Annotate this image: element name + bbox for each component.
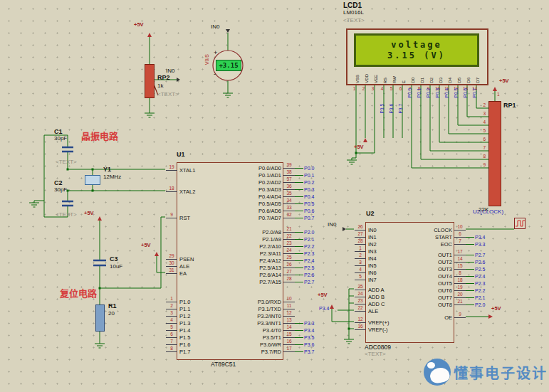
pin-row[interactable]: OUT48P2.4 — [409, 272, 495, 280]
net-label[interactable]: P2.5 — [474, 267, 495, 272]
resistor-r1[interactable] — [95, 304, 105, 332]
pin-row[interactable]: OUT821P2.0 — [409, 301, 495, 308]
chip-u2[interactable]: 26IN027IN128IN21IN32IN43IN54IN65IN7 25AD… — [365, 222, 454, 343]
net-label[interactable]: P3.7 — [303, 349, 324, 354]
pin-row[interactable]: P3.1/TXD11 — [217, 305, 324, 312]
lcd-pin[interactable]: D512 — [454, 65, 464, 83]
lcd-pin[interactable]: D613 — [464, 65, 473, 83]
pin-row[interactable]: OE9 — [409, 314, 495, 321]
pin-row[interactable]: OUT619P2.2 — [409, 287, 495, 294]
net-label[interactable]: P2.7 — [474, 253, 495, 258]
pin-row[interactable]: P3.7/RD17P3.7 — [217, 348, 324, 355]
u2-ale-net-label[interactable]: P3.4 — [319, 306, 329, 312]
pin-row[interactable]: P0.1/AD138P0.1 — [217, 171, 324, 179]
net-label[interactable]: P2.5 — [303, 265, 324, 270]
lcd-ctrl-net-label[interactable]: P3.6 — [387, 104, 396, 113]
pin-row[interactable]: P0.5/AD534P0.5 — [217, 200, 324, 207]
lcd-pin[interactable]: D29 — [427, 65, 436, 83]
lcd-data-net-label[interactable]: P0.2 — [424, 88, 433, 97]
lcd-ctrl-net-label[interactable]: P3.5 — [377, 104, 387, 113]
meter-in0-net-label[interactable]: IN0 — [211, 24, 219, 31]
pin-row[interactable]: P0.4/AD435P0.4 — [217, 193, 324, 200]
lcd-pin[interactable]: RW5 — [389, 65, 399, 83]
net-label[interactable]: P3.3 — [303, 321, 324, 326]
net-label[interactable]: P0.4 — [303, 194, 324, 199]
clock-generator-icon[interactable] — [514, 218, 526, 229]
net-label[interactable]: P0.3 — [303, 187, 324, 192]
respack-rp1[interactable] — [488, 101, 501, 206]
net-label[interactable]: P0.7 — [303, 216, 324, 221]
net-label[interactable]: P0.2 — [303, 180, 324, 185]
lcd-pin[interactable]: VEE3 — [371, 65, 380, 83]
pin-row[interactable]: P2.5/A1326P2.5 — [217, 264, 324, 271]
net-label[interactable]: P3.3 — [474, 242, 495, 247]
pin-row[interactable]: OUT214P2.6 — [409, 258, 495, 265]
net-label[interactable]: P3.4 — [474, 235, 495, 240]
chip-u1[interactable]: 19XTAL1 18XTAL2 9RST 29PSEN30ALE31EA 1P1… — [177, 162, 283, 360]
pin-row[interactable]: 5IN7 — [355, 276, 412, 283]
pin-row[interactable]: P0.6/AD633P0.6 — [217, 207, 324, 214]
net-label[interactable]: P2.2 — [303, 244, 324, 249]
net-label[interactable]: P3.5 — [303, 335, 324, 340]
pin-row[interactable]: 16VREF(-) — [355, 326, 412, 333]
net-label[interactable]: P0.1 — [303, 173, 324, 178]
net-label[interactable]: P2.2 — [474, 288, 495, 293]
pin-row[interactable]: P3.2/INT012 — [217, 312, 324, 319]
lcd-pin[interactable]: D18 — [417, 65, 427, 83]
pin-row[interactable]: P2.6/A1427P2.6 — [217, 271, 324, 278]
pin-row[interactable]: P0.7/AD732P0.7 — [217, 214, 324, 221]
lcd-data-net-label[interactable]: P0.0 — [405, 88, 414, 97]
pin-row[interactable]: P3.5/T115P3.5 — [217, 334, 324, 341]
pin-row[interactable]: START6P3.4 — [409, 233, 495, 240]
pin-row[interactable]: OUT518P2.3 — [409, 280, 495, 287]
net-label[interactable]: P0.0 — [303, 166, 324, 171]
net-label[interactable]: P2.0 — [303, 230, 324, 235]
pin-row[interactable]: P2.7/A1528P2.7 — [217, 278, 324, 285]
lcd-pin[interactable]: D310 — [436, 65, 445, 83]
schematic-canvas[interactable]: C1 30pF <TEXT> C2 30pF <TEXT> 晶振电路 Y1 12… — [0, 0, 549, 392]
lcd-pin[interactable]: VSS1 — [352, 65, 362, 83]
lcd-pin[interactable]: RS4 — [380, 65, 389, 83]
pin-row[interactable]: P3.0/RXD10 — [217, 298, 324, 305]
pin-row[interactable]: P0.3/AD336P0.3 — [217, 186, 324, 193]
lcd-module[interactable]: voltage 3.15 (V) VSS1VDD2VEE3RS4RW5E6D07… — [346, 28, 488, 85]
pin-row[interactable]: P0.2/AD237P0.2 — [217, 179, 324, 186]
pin-row[interactable]: P0.0/AD039P0.0 — [217, 164, 324, 171]
net-label[interactable]: P2.4 — [303, 258, 324, 263]
lcd-pin[interactable]: D07 — [408, 65, 417, 83]
lcd-data-net-label[interactable]: P0.5 — [451, 88, 461, 97]
lcd-ctrl-net-label[interactable]: P3.7 — [396, 104, 405, 113]
net-label[interactable]: P3.4 — [303, 328, 324, 333]
net-label[interactable]: P2.4 — [474, 274, 495, 279]
pin-row[interactable]: OUT117P2.7 — [409, 251, 495, 258]
net-label[interactable]: P2.3 — [474, 281, 495, 286]
lcd-pin[interactable]: D411 — [445, 65, 454, 83]
pin-row[interactable]: P2.3/A1124P2.3 — [217, 250, 324, 257]
lcd-pin[interactable]: VDD2 — [362, 65, 371, 83]
u2-in0-net-label[interactable]: IN0 — [328, 222, 336, 228]
pin-row[interactable]: P3.3/INT113P3.3 — [217, 319, 324, 327]
pin-row[interactable]: P2.0/A821P2.0 — [217, 228, 324, 235]
net-label[interactable]: P0.5 — [303, 201, 324, 206]
lcd-data-net-label[interactable]: P0.7 — [470, 88, 479, 97]
lcd-data-net-label[interactable]: P0.3 — [433, 88, 442, 97]
net-label[interactable]: P2.6 — [474, 260, 495, 265]
potentiometer-rp2[interactable] — [145, 64, 155, 98]
net-label[interactable]: P2.6 — [303, 272, 324, 277]
lcd-data-net-label[interactable]: P0.1 — [414, 88, 424, 97]
pin-row[interactable]: EOC7P3.3 — [409, 240, 495, 248]
pin-row[interactable]: OUT720P2.1 — [409, 294, 495, 301]
pin-row[interactable]: 22ALE — [355, 307, 412, 314]
lcd-pin[interactable]: D714 — [473, 65, 482, 83]
net-label[interactable]: P3.6 — [303, 342, 324, 347]
pin-row[interactable]: P3.4/T014P3.4 — [217, 327, 324, 334]
lcd-pin[interactable]: E6 — [399, 65, 408, 83]
rp2-in0-net-label[interactable]: IN0 — [166, 68, 174, 75]
net-label[interactable]: P2.1 — [303, 237, 324, 242]
net-label[interactable]: P2.7 — [303, 280, 324, 285]
net-label[interactable]: P2.3 — [303, 251, 324, 256]
lcd-data-net-label[interactable]: P0.6 — [461, 88, 470, 97]
pin-row[interactable]: CLOCK10 — [409, 226, 495, 233]
lcd-data-net-label[interactable]: P0.4 — [442, 88, 451, 97]
net-label[interactable]: P2.1 — [474, 295, 495, 300]
